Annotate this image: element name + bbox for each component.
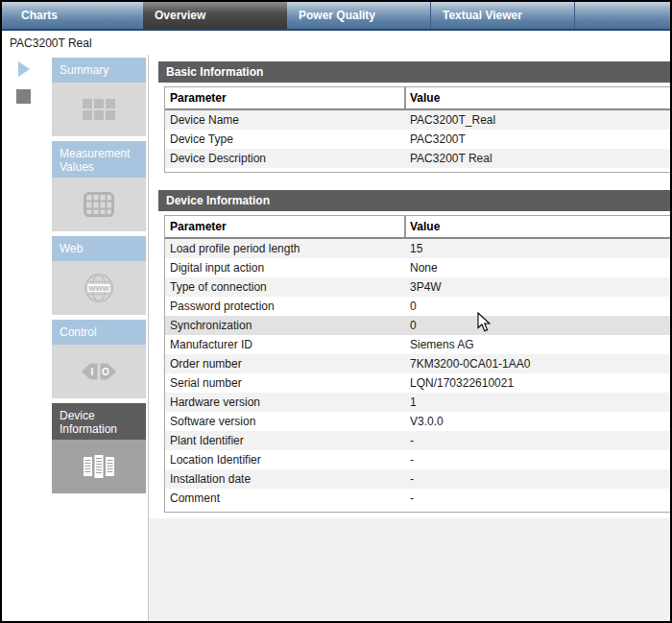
table-basic-information: ParameterValueDevice NamePAC3200T_RealDe… <box>164 86 670 173</box>
parameter-cell: Location Identifier <box>165 450 404 469</box>
sidebar-item-device-information[interactable]: Device Information <box>52 403 146 493</box>
parameter-cell: Device Name <box>165 110 404 130</box>
value-cell: PAC3200T <box>404 130 670 149</box>
web-globe-icon: WWW <box>52 261 146 315</box>
parameter-cell: Password protection <box>165 297 404 316</box>
parameter-cell: Software version <box>165 412 404 431</box>
parameter-cell: Device Type <box>165 130 404 149</box>
table-row-plant-identifier[interactable]: Plant Identifier- <box>165 431 670 450</box>
sidebar-item-label: Measurement Values <box>52 141 146 178</box>
parameter-cell: Order number <box>165 354 404 373</box>
value-cell: PAC3200T_Real <box>404 110 670 130</box>
parameter-cell: Synchronization <box>165 316 404 335</box>
sidebar-item-label: Control <box>52 320 146 345</box>
summary-grid-icon <box>52 83 146 136</box>
value-cell: 1 <box>404 393 670 412</box>
table-row-password-protection[interactable]: Password protection0 <box>165 297 670 316</box>
table-row-serial-number[interactable]: Serial numberLQN/170322610021 <box>165 373 670 393</box>
column-header-parameter: Parameter <box>165 216 404 237</box>
table-row-comment[interactable]: Comment- <box>165 489 670 508</box>
section-header-basic-information: Basic Information <box>158 61 670 83</box>
table-row-device-type[interactable]: Device TypePAC3200T <box>165 130 670 149</box>
table-row-manufacturer-id[interactable]: Manufacturer IDSiemens AG <box>165 335 670 354</box>
table-row-load-profile-period-length[interactable]: Load profile period length15 <box>165 239 670 258</box>
column-header-parameter: Parameter <box>165 87 404 108</box>
sidebar-item-control[interactable]: ControlIO <box>52 320 146 398</box>
table-row-software-version[interactable]: Software versionV3.0.0 <box>165 412 670 431</box>
table-device-information: ParameterValueLoad profile period length… <box>164 215 670 513</box>
bottom-filler <box>149 518 670 621</box>
svg-text:WWW: WWW <box>88 284 109 293</box>
value-cell: Siemens AG <box>404 335 670 354</box>
parameter-cell: Serial number <box>165 373 404 393</box>
control-io-icon: IO <box>52 345 146 398</box>
value-cell: - <box>404 489 670 508</box>
value-cell: - <box>404 450 670 469</box>
table-row-hardware-version[interactable]: Hardware version1 <box>165 393 670 412</box>
value-cell: 0 <box>404 316 670 335</box>
column-header-value: Value <box>404 216 670 237</box>
tab-overview[interactable]: Overview <box>143 2 287 29</box>
table-row-installation-date[interactable]: Installation date- <box>165 469 670 489</box>
parameter-cell: Type of connection <box>165 277 404 297</box>
table-row-digital-input-action[interactable]: Digital input actionNone <box>165 258 670 277</box>
table-row-location-identifier[interactable]: Location Identifier- <box>165 450 670 469</box>
value-cell: 3P4W <box>404 277 670 297</box>
measurement-table-icon <box>52 178 146 231</box>
value-cell: 7KM3200-0CA01-1AA0 <box>404 354 670 373</box>
sidebar-item-web[interactable]: WebWWW <box>52 236 146 315</box>
value-cell: - <box>404 469 670 489</box>
tab-bar-filler <box>575 2 670 29</box>
play-icon[interactable] <box>18 61 30 77</box>
sidebar-item-measurement-values[interactable]: Measurement Values <box>52 141 146 231</box>
parameter-cell: Comment <box>165 489 404 508</box>
parameter-cell: Manufacturer ID <box>165 335 404 354</box>
tab-bar: ChartsOverviewPower QualityTextual Viewe… <box>2 2 670 31</box>
table-header-row: ParameterValue <box>165 216 670 239</box>
table-row-type-of-connection[interactable]: Type of connection3P4W <box>165 277 670 297</box>
column-header-value: Value <box>404 87 670 108</box>
tab-charts[interactable]: Charts <box>2 2 143 29</box>
main-content: Basic InformationParameterValueDevice Na… <box>149 55 670 621</box>
value-cell: V3.0.0 <box>404 412 670 431</box>
device-documents-icon <box>52 440 146 493</box>
parameter-cell: Hardware version <box>165 393 404 412</box>
app-window: ChartsOverviewPower QualityTextual Viewe… <box>0 0 672 623</box>
value-cell: LQN/170322610021 <box>404 373 670 393</box>
table-row-device-name[interactable]: Device NamePAC3200T_Real <box>165 110 670 130</box>
sidebar-item-label: Device Information <box>52 403 146 440</box>
table-row-order-number[interactable]: Order number7KM3200-0CA01-1AA0 <box>165 354 670 373</box>
value-cell: 0 <box>404 297 670 316</box>
parameter-cell: Installation date <box>165 469 404 489</box>
parameter-cell: Plant Identifier <box>165 431 404 450</box>
svg-text:O: O <box>102 367 109 377</box>
parameter-cell: Load profile period length <box>165 239 404 258</box>
value-cell: None <box>404 258 670 277</box>
tab-textual-viewer[interactable]: Textual Viewer <box>431 2 575 29</box>
table-row-synchronization[interactable]: Synchronization0 <box>165 316 670 335</box>
sidebar-item-summary[interactable]: Summary <box>52 58 146 136</box>
section-header-device-information: Device Information <box>158 190 670 211</box>
sidebar-item-label: Summary <box>52 58 146 83</box>
device-label: PAC3200T Real <box>10 36 92 50</box>
table-row-device-description[interactable]: Device DescriptionPAC3200T Real <box>165 149 670 168</box>
parameter-cell: Digital input action <box>165 258 404 277</box>
value-cell: 15 <box>404 239 670 258</box>
value-cell: - <box>404 431 670 450</box>
svg-text:I: I <box>91 367 94 377</box>
stop-icon[interactable] <box>16 89 31 104</box>
sidebar-item-label: Web <box>52 236 146 261</box>
table-header-row: ParameterValue <box>165 87 670 110</box>
parameter-cell: Device Description <box>165 149 404 168</box>
sidebar-nav: SummaryMeasurement ValuesWebWWWControlIO… <box>52 58 146 493</box>
value-cell: PAC3200T Real <box>404 149 670 168</box>
tab-power-quality[interactable]: Power Quality <box>287 2 431 29</box>
